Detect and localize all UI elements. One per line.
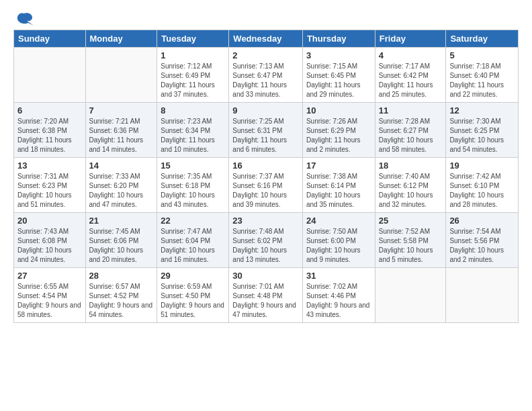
calendar-cell: 19Sunrise: 7:42 AM Sunset: 6:10 PM Dayli… bbox=[446, 158, 519, 213]
calendar-cell: 8Sunrise: 7:23 AM Sunset: 6:34 PM Daylig… bbox=[157, 103, 229, 158]
calendar-cell: 31Sunrise: 7:02 AM Sunset: 4:46 PM Dayli… bbox=[302, 268, 375, 323]
calendar-cell: 6Sunrise: 7:20 AM Sunset: 6:38 PM Daylig… bbox=[14, 103, 86, 158]
day-info: Sunrise: 7:30 AM Sunset: 6:25 PM Dayligh… bbox=[449, 117, 515, 154]
calendar-cell: 5Sunrise: 7:18 AM Sunset: 6:40 PM Daylig… bbox=[446, 48, 519, 103]
calendar: SundayMondayTuesdayWednesdayThursdayFrid… bbox=[13, 30, 519, 323]
day-info: Sunrise: 7:31 AM Sunset: 6:23 PM Dayligh… bbox=[17, 172, 82, 210]
day-info: Sunrise: 7:17 AM Sunset: 6:42 PM Dayligh… bbox=[379, 62, 443, 99]
calendar-cell bbox=[85, 48, 157, 103]
day-number: 25 bbox=[379, 216, 443, 226]
calendar-week-row: 1Sunrise: 7:12 AM Sunset: 6:49 PM Daylig… bbox=[14, 48, 519, 103]
day-info: Sunrise: 7:38 AM Sunset: 6:14 PM Dayligh… bbox=[306, 172, 371, 210]
day-number: 3 bbox=[306, 50, 371, 60]
day-info: Sunrise: 7:50 AM Sunset: 6:00 PM Dayligh… bbox=[306, 227, 371, 265]
day-info: Sunrise: 7:26 AM Sunset: 6:29 PM Dayligh… bbox=[306, 117, 371, 154]
calendar-cell: 20Sunrise: 7:43 AM Sunset: 6:08 PM Dayli… bbox=[14, 213, 86, 268]
page: SundayMondayTuesdayWednesdayThursdayFrid… bbox=[0, 0, 532, 411]
weekday-header-tuesday: Tuesday bbox=[157, 30, 229, 48]
day-number: 8 bbox=[161, 105, 225, 116]
calendar-cell bbox=[375, 268, 446, 323]
calendar-cell: 30Sunrise: 7:01 AM Sunset: 4:48 PM Dayli… bbox=[229, 268, 303, 323]
weekday-header-sunday: Sunday bbox=[14, 30, 86, 48]
day-info: Sunrise: 7:43 AM Sunset: 6:08 PM Dayligh… bbox=[17, 227, 82, 265]
logo bbox=[13, 11, 34, 24]
day-number: 18 bbox=[379, 161, 443, 171]
day-info: Sunrise: 7:20 AM Sunset: 6:38 PM Dayligh… bbox=[17, 117, 82, 154]
calendar-cell: 11Sunrise: 7:28 AM Sunset: 6:27 PM Dayli… bbox=[375, 103, 446, 158]
day-info: Sunrise: 7:18 AM Sunset: 6:40 PM Dayligh… bbox=[449, 62, 515, 99]
day-info: Sunrise: 7:33 AM Sunset: 6:20 PM Dayligh… bbox=[89, 172, 154, 210]
day-info: Sunrise: 7:21 AM Sunset: 6:36 PM Dayligh… bbox=[89, 117, 154, 154]
calendar-cell: 23Sunrise: 7:48 AM Sunset: 6:02 PM Dayli… bbox=[229, 213, 303, 268]
weekday-header-friday: Friday bbox=[375, 30, 446, 48]
calendar-cell: 26Sunrise: 7:54 AM Sunset: 5:56 PM Dayli… bbox=[446, 213, 519, 268]
day-info: Sunrise: 7:45 AM Sunset: 6:06 PM Dayligh… bbox=[89, 227, 154, 265]
calendar-cell: 2Sunrise: 7:13 AM Sunset: 6:47 PM Daylig… bbox=[229, 48, 303, 103]
day-number: 14 bbox=[89, 161, 154, 171]
day-info: Sunrise: 7:48 AM Sunset: 6:02 PM Dayligh… bbox=[232, 227, 299, 265]
day-info: Sunrise: 7:54 AM Sunset: 5:56 PM Dayligh… bbox=[449, 227, 515, 265]
day-number: 31 bbox=[306, 271, 371, 281]
day-info: Sunrise: 7:12 AM Sunset: 6:49 PM Dayligh… bbox=[161, 62, 225, 99]
day-info: Sunrise: 7:52 AM Sunset: 5:58 PM Dayligh… bbox=[379, 227, 443, 265]
calendar-cell: 16Sunrise: 7:37 AM Sunset: 6:16 PM Dayli… bbox=[229, 158, 303, 213]
calendar-cell: 9Sunrise: 7:25 AM Sunset: 6:31 PM Daylig… bbox=[229, 103, 303, 158]
day-number: 11 bbox=[379, 105, 443, 116]
header bbox=[13, 11, 519, 24]
day-info: Sunrise: 7:23 AM Sunset: 6:34 PM Dayligh… bbox=[161, 117, 225, 154]
day-number: 28 bbox=[89, 271, 154, 281]
day-number: 29 bbox=[161, 271, 225, 281]
day-number: 6 bbox=[17, 105, 82, 116]
day-number: 20 bbox=[17, 216, 82, 226]
day-info: Sunrise: 7:28 AM Sunset: 6:27 PM Dayligh… bbox=[379, 117, 443, 154]
calendar-cell bbox=[446, 268, 519, 323]
day-info: Sunrise: 7:35 AM Sunset: 6:18 PM Dayligh… bbox=[161, 172, 225, 210]
day-info: Sunrise: 7:02 AM Sunset: 4:46 PM Dayligh… bbox=[306, 282, 371, 320]
calendar-cell: 1Sunrise: 7:12 AM Sunset: 6:49 PM Daylig… bbox=[157, 48, 229, 103]
calendar-week-row: 20Sunrise: 7:43 AM Sunset: 6:08 PM Dayli… bbox=[14, 213, 519, 268]
calendar-cell: 12Sunrise: 7:30 AM Sunset: 6:25 PM Dayli… bbox=[446, 103, 519, 158]
calendar-week-row: 27Sunrise: 6:55 AM Sunset: 4:54 PM Dayli… bbox=[14, 268, 519, 323]
day-number: 17 bbox=[306, 161, 371, 171]
day-number: 2 bbox=[232, 50, 299, 60]
calendar-cell: 27Sunrise: 6:55 AM Sunset: 4:54 PM Dayli… bbox=[14, 268, 86, 323]
day-info: Sunrise: 7:25 AM Sunset: 6:31 PM Dayligh… bbox=[232, 117, 299, 154]
weekday-header-row: SundayMondayTuesdayWednesdayThursdayFrid… bbox=[14, 30, 519, 48]
day-number: 9 bbox=[232, 105, 299, 116]
day-number: 12 bbox=[449, 105, 515, 116]
day-number: 16 bbox=[232, 161, 299, 171]
day-number: 5 bbox=[449, 50, 515, 60]
weekday-header-thursday: Thursday bbox=[302, 30, 375, 48]
calendar-cell: 13Sunrise: 7:31 AM Sunset: 6:23 PM Dayli… bbox=[14, 158, 86, 213]
calendar-cell: 18Sunrise: 7:40 AM Sunset: 6:12 PM Dayli… bbox=[375, 158, 446, 213]
day-number: 4 bbox=[379, 50, 443, 60]
calendar-cell: 7Sunrise: 7:21 AM Sunset: 6:36 PM Daylig… bbox=[85, 103, 157, 158]
day-info: Sunrise: 6:57 AM Sunset: 4:52 PM Dayligh… bbox=[89, 282, 154, 320]
calendar-cell: 28Sunrise: 6:57 AM Sunset: 4:52 PM Dayli… bbox=[85, 268, 157, 323]
calendar-cell: 4Sunrise: 7:17 AM Sunset: 6:42 PM Daylig… bbox=[375, 48, 446, 103]
calendar-cell: 17Sunrise: 7:38 AM Sunset: 6:14 PM Dayli… bbox=[302, 158, 375, 213]
calendar-cell: 25Sunrise: 7:52 AM Sunset: 5:58 PM Dayli… bbox=[375, 213, 446, 268]
day-number: 27 bbox=[17, 271, 82, 281]
calendar-cell: 14Sunrise: 7:33 AM Sunset: 6:20 PM Dayli… bbox=[85, 158, 157, 213]
weekday-header-monday: Monday bbox=[85, 30, 157, 48]
day-number: 19 bbox=[449, 161, 515, 171]
calendar-week-row: 13Sunrise: 7:31 AM Sunset: 6:23 PM Dayli… bbox=[14, 158, 519, 213]
day-info: Sunrise: 7:13 AM Sunset: 6:47 PM Dayligh… bbox=[232, 62, 299, 99]
day-number: 21 bbox=[89, 216, 154, 226]
calendar-week-row: 6Sunrise: 7:20 AM Sunset: 6:38 PM Daylig… bbox=[14, 103, 519, 158]
day-info: Sunrise: 6:59 AM Sunset: 4:50 PM Dayligh… bbox=[161, 282, 225, 320]
day-info: Sunrise: 7:42 AM Sunset: 6:10 PM Dayligh… bbox=[449, 172, 515, 210]
day-info: Sunrise: 7:15 AM Sunset: 6:45 PM Dayligh… bbox=[306, 62, 371, 99]
calendar-cell: 21Sunrise: 7:45 AM Sunset: 6:06 PM Dayli… bbox=[85, 213, 157, 268]
calendar-cell: 24Sunrise: 7:50 AM Sunset: 6:00 PM Dayli… bbox=[302, 213, 375, 268]
day-number: 13 bbox=[17, 161, 82, 171]
day-number: 30 bbox=[232, 271, 299, 281]
weekday-header-wednesday: Wednesday bbox=[229, 30, 303, 48]
calendar-cell: 29Sunrise: 6:59 AM Sunset: 4:50 PM Dayli… bbox=[157, 268, 229, 323]
day-info: Sunrise: 7:01 AM Sunset: 4:48 PM Dayligh… bbox=[232, 282, 299, 320]
day-number: 24 bbox=[306, 216, 371, 226]
calendar-cell: 10Sunrise: 7:26 AM Sunset: 6:29 PM Dayli… bbox=[302, 103, 375, 158]
calendar-cell: 15Sunrise: 7:35 AM Sunset: 6:18 PM Dayli… bbox=[157, 158, 229, 213]
day-number: 26 bbox=[449, 216, 515, 226]
